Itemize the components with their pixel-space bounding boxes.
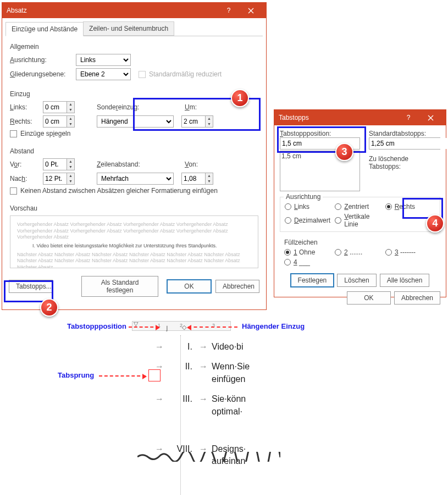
callout-2: 2 — [40, 298, 58, 317]
align-decimal-radio[interactable]: Dezimalwert — [285, 213, 335, 228]
after-label: Nach: — [10, 175, 43, 182]
leader-dots-radio[interactable]: 2 ....... — [335, 248, 385, 256]
titlebar-2: Tabstopps ? — [274, 110, 446, 125]
tabpos-label: Tabstoppposition: — [280, 130, 360, 137]
list-item: →II.→Wenn·Sie einfügen — [151, 361, 278, 385]
by-label: Um: — [185, 103, 197, 111]
outline-label: Gliederungsebene: — [10, 70, 76, 78]
arrow-tabsprung — [99, 375, 146, 377]
align-right-radio[interactable]: Rechts — [385, 203, 435, 211]
mirror-indents-label: Einzüge spiegeln — [20, 130, 70, 137]
linespacing-combo[interactable]: Mehrfach — [97, 173, 174, 185]
group-indent-title: Einzug — [10, 90, 258, 98]
alignment-combo[interactable]: Links — [76, 54, 131, 66]
leader-group: Füllzeichen 1 Ohne 2 ....... 3 ------- 4… — [280, 237, 440, 269]
before-label: Vor: — [10, 161, 43, 168]
to-clear-label: Zu löschende Tabstopps: — [369, 155, 440, 170]
callout-3: 3 — [335, 143, 353, 161]
clear-all-button[interactable]: Alle löschen — [380, 274, 430, 287]
leader-underline-radio[interactable]: 4 ___ — [284, 258, 335, 266]
align-left-radio[interactable]: Links — [285, 203, 335, 211]
dialog-title: Absatz — [7, 7, 218, 14]
close-button-2[interactable] — [419, 110, 441, 125]
default-tab-spinner[interactable]: ▲▼ — [369, 137, 440, 150]
callout-1: 1 — [231, 89, 249, 107]
indent-left-label: Links: — [10, 103, 43, 111]
ok-button[interactable]: OK — [167, 280, 211, 293]
anno-tabpos: Tabstoppposition — [49, 322, 126, 330]
dialog-button-row: Tabstopps... Als Standard festlegen OK A… — [2, 272, 266, 302]
align-center-radio[interactable]: Zentriert — [335, 203, 385, 211]
anno-hanging: Hängender Einzug — [242, 322, 305, 330]
tab-indents[interactable]: Einzüge und Abstände — [5, 22, 84, 36]
by-spinner[interactable]: ▲▼ — [181, 115, 213, 128]
paragraph-dialog: Absatz ? Einzüge und Abstände Zeilen- un… — [2, 2, 267, 310]
help-button-2[interactable]: ? — [397, 110, 419, 125]
mirror-indents-checkbox[interactable]: Einzüge spiegeln — [10, 130, 70, 137]
dialog2-title: Tabstopps — [279, 114, 397, 121]
list-item: →I.→Video·bi — [151, 341, 278, 353]
outline-combo[interactable]: Ebene 2 — [76, 68, 131, 80]
cancel-button-2[interactable]: Abbrechen — [394, 291, 440, 305]
indent-right-label: Rechts: — [10, 118, 43, 125]
tabstops-dialog: Tabstopps ? Tabstoppposition: 1,5 cm Sta… — [274, 109, 446, 297]
at-spinner[interactable]: ▲▼ — [181, 173, 213, 185]
indent-right-spinner[interactable]: ▲▼ — [43, 115, 75, 128]
special-indent-label: Sondereinzug: — [97, 103, 152, 111]
linespacing-label: Zeilenabstand: — [97, 161, 152, 168]
clear-button[interactable]: Löschen — [337, 274, 376, 287]
leader-dashes-radio[interactable]: 3 ------- — [385, 248, 436, 256]
help-button[interactable]: ? — [218, 3, 240, 18]
preview-box: Vorhergehender Absatz Vorhergehender Abs… — [10, 215, 258, 268]
set-button[interactable]: Festlegen — [291, 274, 334, 287]
titlebar: Absatz ? — [2, 3, 266, 18]
group-general-title: Allgemein — [10, 43, 258, 51]
close-button[interactable] — [240, 3, 262, 18]
collapsed-checkbox[interactable]: Standardmäßig reduziert — [139, 70, 222, 78]
callout-4: 4 — [426, 214, 444, 233]
after-spinner[interactable]: ▲▼ — [43, 173, 75, 185]
hanging-indent-marker-icon: ◇ — [182, 324, 186, 331]
special-indent-combo[interactable]: Hängend — [97, 115, 174, 128]
before-spinner[interactable]: ▲▼ — [43, 158, 75, 170]
tab-strip: Einzüge und Abstände Zeilen- und Seitenu… — [5, 21, 263, 36]
align-bar-radio[interactable]: Vertikale Linie — [335, 213, 385, 228]
arrow-tabpos — [129, 327, 159, 328]
no-space-same-style-checkbox[interactable]: Keinen Abstand zwischen Absätzen gleiche… — [10, 187, 218, 195]
list-item: →III.→Sie·könn optimal· — [151, 393, 278, 418]
group-spacing-title: Abstand — [10, 147, 258, 155]
leader-none-radio[interactable]: 1 Ohne — [284, 248, 335, 256]
editor-preview: 1 2 3 ▽ ⌋ ◇ Tabstoppposition Hängender E… — [55, 319, 330, 495]
tab-pagebreaks[interactable]: Zeilen- und Seitenumbruch — [83, 21, 174, 36]
ok-button-2[interactable]: OK — [347, 291, 391, 305]
tabstop-marker-icon: ⌋ — [165, 325, 168, 332]
arrow-hanging — [188, 327, 237, 328]
cancel-button[interactable]: Abbrechen — [215, 280, 259, 293]
alignment-group: Ausrichtung Links Zentriert Rechts Dezim… — [280, 197, 440, 232]
default-tab-label: Standardtabstopps: — [369, 130, 440, 137]
ruler: 1 2 3 ▽ ⌋ ◇ — [132, 321, 231, 331]
tabstops-button[interactable]: Tabstopps... — [9, 280, 53, 293]
at-label: Von: — [185, 161, 198, 168]
torn-edge-icon — [137, 452, 280, 462]
anno-tabsprung: Tabsprung — [58, 371, 94, 379]
preview-title: Vorschau — [10, 204, 258, 212]
set-default-button[interactable]: Als Standard festlegen — [81, 276, 158, 297]
alignment-label: AAusrichtung:usrichtung: — [10, 56, 76, 64]
indent-left-spinner[interactable]: ▲▼ — [43, 101, 75, 113]
